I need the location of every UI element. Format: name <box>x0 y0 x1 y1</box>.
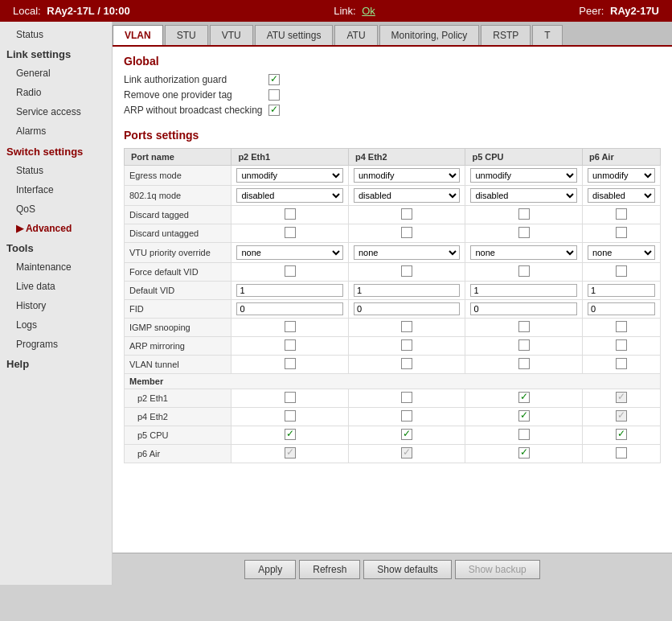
force-vid-p2[interactable] <box>285 265 296 277</box>
arp-mirror-p2[interactable] <box>285 339 296 351</box>
igmp-p6[interactable] <box>616 321 627 332</box>
member-p2-p4[interactable] <box>401 392 412 403</box>
discard-untagged-p6[interactable] <box>616 227 627 238</box>
vlan-tunnel-p6[interactable] <box>616 358 627 369</box>
mode-p5-select[interactable]: disabledfallbackchecksecure <box>470 188 577 203</box>
tab-atu[interactable]: ATU <box>334 25 377 45</box>
vtu-p6-select[interactable]: none01 <box>588 245 655 260</box>
discard-untagged-p4[interactable] <box>401 227 412 238</box>
member-p5-p6[interactable] <box>616 429 627 440</box>
sidebar-item-general[interactable]: General <box>0 64 112 83</box>
sidebar-item-live-data[interactable]: Live data <box>0 277 112 296</box>
sidebar-item-advanced[interactable]: Advanced <box>0 219 112 238</box>
tab-monitoring-policy[interactable]: Monitoring, Policy <box>379 25 480 45</box>
sidebar-item-maintenance[interactable]: Maintenance <box>0 257 112 277</box>
member-p6-p4[interactable] <box>401 447 412 459</box>
discard-tagged-p5[interactable] <box>518 208 530 220</box>
discard-untagged-p5[interactable] <box>518 227 530 238</box>
default-vid-p4[interactable] <box>354 284 461 297</box>
force-vid-p5[interactable] <box>518 265 530 277</box>
force-default-vid-label: Force default VID <box>125 263 232 282</box>
member-p4-p5[interactable] <box>518 410 530 422</box>
member-p4-p6[interactable] <box>616 410 627 422</box>
igmp-p4[interactable] <box>401 321 412 332</box>
arp-mirror-p4[interactable] <box>401 339 412 351</box>
link-status[interactable]: Ok <box>362 5 375 17</box>
sidebar-item-programs[interactable]: Programs <box>0 335 112 354</box>
arp-broadcast-checkbox[interactable] <box>268 105 280 116</box>
member-p2-p5[interactable] <box>518 392 530 403</box>
remove-provider-tag-checkbox[interactable] <box>268 89 280 101</box>
member-p2-p6[interactable] <box>616 392 627 403</box>
tab-vlan[interactable]: VLAN <box>113 25 163 45</box>
apply-button[interactable]: Apply <box>244 560 296 579</box>
member-p4-p2[interactable] <box>285 410 296 422</box>
member-p6-p2[interactable] <box>285 447 296 459</box>
mode-p2-select[interactable]: disabledfallbackchecksecure <box>236 188 343 203</box>
refresh-button[interactable]: Refresh <box>299 560 360 579</box>
default-vid-p5[interactable] <box>470 284 577 297</box>
tab-stu[interactable]: STU <box>165 25 208 45</box>
tab-t[interactable]: T <box>532 25 562 45</box>
link-auth-guard-checkbox[interactable] <box>268 74 280 85</box>
member-p6-row: p6 Air <box>125 445 661 463</box>
igmp-p5[interactable] <box>518 321 530 332</box>
member-p5-p5[interactable] <box>518 429 530 440</box>
vtu-p2-select[interactable]: none01 <box>236 245 343 260</box>
sidebar-item-qos[interactable]: QoS <box>0 199 112 219</box>
member-p6-p6[interactable] <box>616 447 627 459</box>
sidebar-item-alarms[interactable]: Alarms <box>0 121 112 141</box>
egress-p6-select[interactable]: unmodifyuntaggedtagged <box>588 168 655 183</box>
fid-p2[interactable] <box>236 302 343 315</box>
discard-tagged-p6[interactable] <box>616 208 627 220</box>
force-vid-p4[interactable] <box>401 265 412 277</box>
fid-p5[interactable] <box>470 302 577 315</box>
member-p5-p2[interactable] <box>285 429 296 440</box>
discard-tagged-p2[interactable] <box>285 208 296 220</box>
fid-p4[interactable] <box>354 302 461 315</box>
egress-p5-select[interactable]: unmodifyuntaggedtagged <box>470 168 577 183</box>
egress-p2-select[interactable]: unmodifyuntaggedtagged <box>236 168 343 183</box>
sidebar-item-radio[interactable]: Radio <box>0 83 112 102</box>
discard-untagged-p2[interactable] <box>285 227 296 238</box>
tab-rstp[interactable]: RSTP <box>481 25 531 45</box>
ports-settings-title: Ports settings <box>124 129 661 142</box>
vlan-tunnel-p4[interactable] <box>401 358 412 369</box>
arp-broadcast-row: ARP without broadcast checking <box>124 105 661 116</box>
sidebar-item-service-access[interactable]: Service access <box>0 102 112 121</box>
tab-atu-settings[interactable]: ATU settings <box>255 25 334 45</box>
sidebar-item-status[interactable]: Status <box>0 25 112 44</box>
show-defaults-button[interactable]: Show defaults <box>363 560 451 579</box>
mode-802-row: 802.1q mode disabledfallbackchecksecure … <box>125 186 661 206</box>
sidebar-item-interface[interactable]: Interface <box>0 180 112 199</box>
egress-p4-select[interactable]: unmodifyuntaggedtagged <box>354 168 461 183</box>
sidebar-item-history[interactable]: History <box>0 296 112 315</box>
force-vid-p6[interactable] <box>616 265 627 277</box>
sidebar-help: Help <box>0 354 112 373</box>
p6-header: p6 Air <box>582 149 660 166</box>
default-vid-p2[interactable] <box>236 284 343 297</box>
arp-mirror-p5[interactable] <box>518 339 530 351</box>
fid-p6[interactable] <box>588 302 655 315</box>
member-p2-p2[interactable] <box>285 392 296 403</box>
arp-mirroring-row: ARP mirroring <box>125 337 661 356</box>
mode-p6-select[interactable]: disabledfallbackchecksecure <box>588 188 655 203</box>
vtu-p5-select[interactable]: none01 <box>470 245 577 260</box>
member-p6-p5[interactable] <box>518 447 530 459</box>
member-p4-p4[interactable] <box>401 410 412 422</box>
default-vid-p6[interactable] <box>588 284 655 297</box>
mode-p4-select[interactable]: disabledfallbackchecksecure <box>354 188 461 203</box>
vlan-tunnel-p2[interactable] <box>285 358 296 369</box>
vlan-tunnel-p5[interactable] <box>518 358 530 369</box>
tab-vtu[interactable]: VTU <box>210 25 253 45</box>
member-p5-p4[interactable] <box>401 429 412 440</box>
sidebar-item-switch-status[interactable]: Status <box>0 161 112 180</box>
show-backup-button[interactable]: Show backup <box>455 560 540 579</box>
arp-mirror-p6[interactable] <box>616 339 627 351</box>
igmp-p2[interactable] <box>285 321 296 332</box>
egress-p6-cell: unmodifyuntaggedtagged <box>582 166 660 186</box>
discard-tagged-p4[interactable] <box>401 208 412 220</box>
sidebar-item-logs[interactable]: Logs <box>0 315 112 335</box>
vtu-p4-select[interactable]: none01 <box>354 245 461 260</box>
header: Local: RAy2-17L / 10:00 Link: Ok Peer: R… <box>0 0 672 22</box>
